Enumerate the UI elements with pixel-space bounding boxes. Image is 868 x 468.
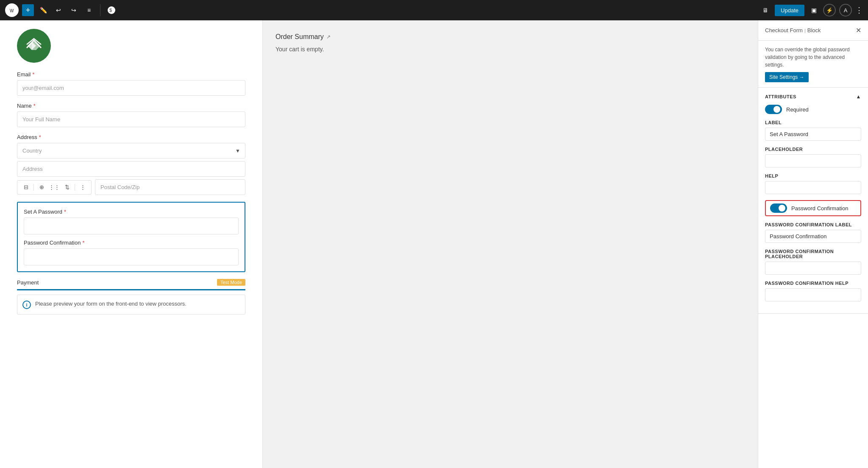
name-required-star: * xyxy=(33,103,36,109)
fingerprint-icon[interactable]: ⊕ xyxy=(36,182,47,192)
help-field-title: HELP xyxy=(765,173,861,178)
toolbar-separator xyxy=(100,4,100,16)
confirm-input[interactable] xyxy=(24,248,239,265)
svg-text:$: $ xyxy=(109,8,112,13)
payment-section: Payment Test Mode i Please preview your … xyxy=(17,279,245,315)
email-field: Email * xyxy=(17,71,245,96)
pc-label-field: PASSWORD CONFIRMATION LABEL xyxy=(765,222,861,249)
password-confirmation-toggle-row: Password Confirmation xyxy=(765,200,861,216)
payment-header: Payment Test Mode xyxy=(17,279,245,286)
help-field: HELP xyxy=(765,173,861,200)
confirm-field-label: Password Confirmation * xyxy=(24,240,239,246)
test-mode-badge: Test Mode xyxy=(217,279,245,286)
name-label: Name * xyxy=(17,103,245,109)
toolbar-sep-1 xyxy=(33,184,34,191)
attributes-collapse-icon: ▲ xyxy=(856,94,861,100)
address-input[interactable] xyxy=(17,161,245,177)
settings-panel-title: Checkout Form xyxy=(765,27,803,33)
placeholder-field: PLACEHOLDER xyxy=(765,147,861,173)
label-field-title: LABEL xyxy=(765,120,861,125)
password-required-star: * xyxy=(64,209,66,215)
stripe-icon-button[interactable]: $ xyxy=(106,4,117,16)
toolbar: W + ✏️ ↩ ↪ ≡ $ 🖥 Update ▣ ⚡ A ⋮ xyxy=(0,0,868,20)
attributes-section: Attributes ▲ Required LABEL PLACEHOLDER xyxy=(758,88,868,314)
settings-description: You can override the global password val… xyxy=(758,41,868,88)
brand-logo xyxy=(17,29,51,63)
more-options-button[interactable]: ⋮ xyxy=(855,6,863,15)
pc-help-field: PASSWORD CONFIRMATION HELP xyxy=(765,281,861,307)
main-layout: Email * Name * Address * Country ▼ xyxy=(0,20,868,468)
settings-close-button[interactable]: ✕ xyxy=(856,26,861,34)
payment-info-text: Please preview your form on the front-en… xyxy=(35,300,186,308)
settings-header: Checkout Form | Block ✕ xyxy=(758,20,868,41)
payment-bar xyxy=(17,289,245,290)
add-block-button[interactable]: + xyxy=(22,4,34,16)
order-summary-title: Order Summary ↗ xyxy=(275,33,745,41)
password-field-label: Set A Password * xyxy=(24,209,239,215)
order-empty-text: Your cart is empty. xyxy=(275,46,745,53)
placeholder-field-title: PLACEHOLDER xyxy=(765,147,861,152)
edit-icon-button[interactable]: ✏️ xyxy=(37,4,49,16)
address-row: ⊟ ⊕ ⋮⋮ ⇅ ⋮ xyxy=(17,179,245,195)
required-toggle[interactable] xyxy=(765,105,782,114)
toolbar-sep-2 xyxy=(75,184,75,191)
desktop-view-button[interactable]: 🖥 xyxy=(760,4,771,16)
more-field-options-icon[interactable]: ⋮ xyxy=(78,182,88,192)
drag-handle-icon[interactable]: ⋮⋮ xyxy=(49,182,59,192)
email-label: Email * xyxy=(17,71,245,78)
pc-label-input[interactable] xyxy=(765,230,861,243)
payment-info: i Please preview your form on the front-… xyxy=(17,295,245,315)
address-required-star: * xyxy=(39,134,41,140)
settings-panel: Checkout Form | Block ✕ You can override… xyxy=(758,20,868,468)
address-section: Address * Country ▼ ⊟ ⊕ ⋮⋮ ⇅ xyxy=(17,134,245,195)
info-icon: i xyxy=(22,301,31,309)
name-field: Name * xyxy=(17,103,245,127)
postal-input[interactable] xyxy=(95,179,245,195)
bolt-icon-button[interactable]: ⚡ xyxy=(823,4,836,17)
columns-icon[interactable]: ⊟ xyxy=(21,182,31,192)
email-required-star: * xyxy=(33,71,35,78)
label-input[interactable] xyxy=(765,128,861,141)
address-label: Address * xyxy=(17,134,245,140)
undo-button[interactable]: ↩ xyxy=(53,4,64,16)
placeholder-input[interactable] xyxy=(765,154,861,167)
password-input[interactable] xyxy=(24,217,239,234)
pc-help-input[interactable] xyxy=(765,288,861,301)
settings-panel-block: Block xyxy=(807,27,821,33)
list-view-button[interactable]: ≡ xyxy=(83,4,95,16)
password-confirmation-toggle-label: Password Confirmation xyxy=(791,205,848,212)
up-down-icon[interactable]: ⇅ xyxy=(62,182,72,192)
app-logo: W xyxy=(5,3,19,17)
payment-label: Payment xyxy=(17,279,39,286)
redo-button[interactable]: ↪ xyxy=(68,4,80,16)
a-icon-button[interactable]: A xyxy=(839,4,852,17)
confirm-required-star: * xyxy=(82,240,84,246)
site-settings-button[interactable]: Site Settings → xyxy=(765,72,809,82)
order-arrow-icon: ↗ xyxy=(326,34,331,40)
pc-placeholder-field-title: PASSWORD CONFIRMATION PLACEHOLDER xyxy=(765,249,861,259)
country-select[interactable]: Country xyxy=(17,143,245,159)
password-section: Set A Password * Password Confirmation * xyxy=(17,202,245,272)
pc-help-field-title: PASSWORD CONFIRMATION HELP xyxy=(765,281,861,286)
settings-panel-divider: | xyxy=(804,28,806,33)
update-button[interactable]: Update xyxy=(775,5,804,16)
country-wrap: Country ▼ xyxy=(17,143,245,159)
attributes-section-title[interactable]: Attributes ▲ xyxy=(765,94,861,100)
form-editor: Email * Name * Address * Country ▼ xyxy=(0,20,263,468)
password-confirmation-toggle[interactable] xyxy=(770,203,787,213)
field-toolbar: ⊟ ⊕ ⋮⋮ ⇅ ⋮ xyxy=(17,180,92,195)
name-input[interactable] xyxy=(17,111,245,127)
country-arrow-icon: ▼ xyxy=(235,148,240,154)
order-panel: Order Summary ↗ Your cart is empty. xyxy=(263,20,758,468)
sidebar-toggle-button[interactable]: ▣ xyxy=(808,4,820,16)
pc-placeholder-field: PASSWORD CONFIRMATION PLACEHOLDER xyxy=(765,249,861,281)
required-label: Required xyxy=(786,106,809,113)
email-input[interactable] xyxy=(17,80,245,96)
required-row: Required xyxy=(765,105,861,114)
pc-placeholder-input[interactable] xyxy=(765,262,861,275)
password-confirmation-row: Password Confirmation xyxy=(765,200,861,216)
svg-text:W: W xyxy=(10,8,14,13)
label-field: LABEL xyxy=(765,120,861,147)
help-input[interactable] xyxy=(765,181,861,194)
pc-label-field-title: PASSWORD CONFIRMATION LABEL xyxy=(765,222,861,227)
